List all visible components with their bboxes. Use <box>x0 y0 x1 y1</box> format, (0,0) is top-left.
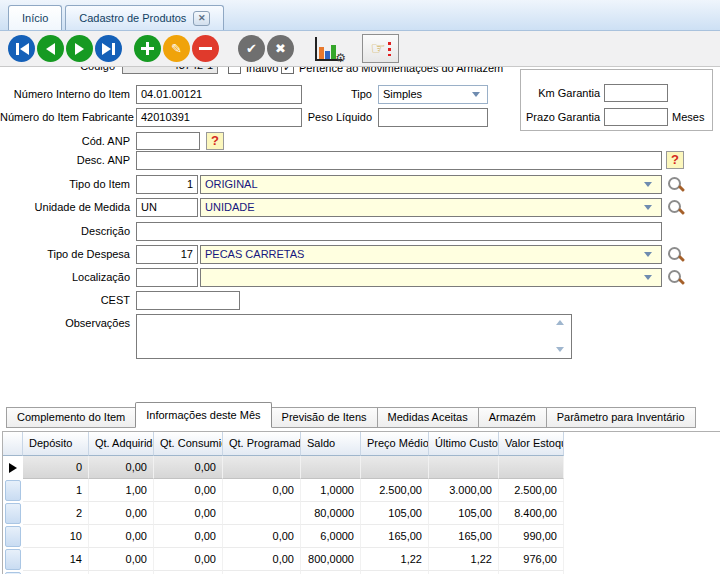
grid-cell: 0,00 <box>89 502 154 525</box>
next-record-button[interactable] <box>66 35 93 62</box>
tipo-item-code-field[interactable]: 1 <box>136 175 198 194</box>
grid-header-cell[interactable]: Último Custo <box>429 432 499 456</box>
grid-cell: 0 <box>23 456 89 479</box>
detail-tab-1[interactable]: Informações deste Mês <box>135 402 271 428</box>
detail-tab-2[interactable]: Previsão de Itens <box>271 407 378 428</box>
grid-row[interactable]: 140,000,000,00800,00001,221,22976,00 <box>3 548 720 571</box>
scroll-down-icon[interactable] <box>556 347 564 352</box>
grid-header-cell[interactable]: Preço Médio <box>361 432 429 456</box>
grid-header-cell[interactable]: Qt. Programada <box>223 432 301 456</box>
grid-cell: 6,0000 <box>301 525 361 548</box>
grid-cell: 976,00 <box>499 548 564 571</box>
prazo-garantia-field[interactable] <box>604 108 668 126</box>
first-record-button[interactable] <box>8 35 35 62</box>
window-tab-label: Cadastro de Produtos <box>79 12 186 24</box>
grid-header-cell[interactable]: Saldo <box>301 432 361 456</box>
grid-row[interactable]: 11,000,000,001,00002.500,003.000,002.500… <box>3 479 720 502</box>
deposits-grid: DepósitoQt. AdquiridaQt. ConsumidaQt. Pr… <box>2 431 720 574</box>
localizacao-combo[interactable] <box>200 268 662 287</box>
execute-button[interactable]: ☞ <box>362 34 399 63</box>
unidade-medida-label: Unidade de Medida <box>0 201 130 213</box>
codigo-field[interactable]: 43742-1 <box>122 67 218 74</box>
km-garantia-field[interactable] <box>604 84 668 102</box>
grid-cell: 2.500,00 <box>361 479 429 502</box>
localizacao-code-field[interactable] <box>136 268 198 287</box>
chart-button[interactable]: ⚙ <box>315 37 342 61</box>
chevron-down-icon[interactable] <box>644 275 652 280</box>
tipo-despesa-code-field[interactable]: 17 <box>136 245 198 264</box>
last-icon <box>102 43 111 55</box>
grid-cell: 165,00 <box>429 525 499 548</box>
inativo-checkbox[interactable] <box>228 67 241 74</box>
grid-row[interactable]: 100,000,000,006,0000165,00165,00990,00 <box>3 525 720 548</box>
chevron-down-icon[interactable] <box>644 182 652 187</box>
grid-cell: 1,0000 <box>301 479 361 502</box>
chevron-down-icon[interactable] <box>644 205 652 210</box>
row-indicator <box>3 502 23 525</box>
desc-anp-field[interactable] <box>136 151 662 170</box>
cancel-button[interactable]: ✖ <box>267 35 294 62</box>
grid-header-cell[interactable]: Valor Estoque <box>499 432 564 456</box>
grid-cell <box>499 456 564 479</box>
tipo-label: Tipo <box>292 88 372 100</box>
grid-row[interactable]: 00,000,00 <box>3 456 720 479</box>
first-icon <box>16 43 19 55</box>
numero-fabricante-field[interactable]: 42010391 <box>136 108 302 127</box>
window-tab-cadastro-de-produtos[interactable]: Cadastro de Produtos ✕ <box>65 5 224 30</box>
grid-header-cell[interactable]: Depósito <box>23 432 89 456</box>
tipo-item-combo[interactable]: ORIGINAL <box>200 175 662 194</box>
scroll-up-icon[interactable] <box>556 320 564 325</box>
detail-tab-5[interactable]: Parâmetro para Inventário <box>546 407 696 428</box>
search-icon[interactable] <box>666 198 684 216</box>
grid-cell: 0,00 <box>154 502 223 525</box>
grid-row[interactable]: 20,000,0080,0000105,00105,008.400,00 <box>3 502 720 525</box>
window-tab-inicio[interactable]: Início <box>8 5 62 30</box>
chevron-down-icon[interactable] <box>472 92 480 97</box>
numero-interno-field[interactable]: 04.01.00121 <box>136 85 302 104</box>
cod-anp-help-button[interactable]: ? <box>206 132 224 150</box>
add-record-button[interactable] <box>134 35 161 62</box>
desc-anp-help-button[interactable]: ? <box>666 151 684 169</box>
cod-anp-field[interactable] <box>136 132 200 150</box>
unidade-combo[interactable]: UNIDADE <box>200 198 662 217</box>
last-record-button[interactable] <box>95 35 122 62</box>
detail-tab-4[interactable]: Armazém <box>478 407 547 428</box>
window-tab-bar: Início Cadastro de Produtos ✕ <box>0 0 720 31</box>
grid-cell <box>223 502 301 525</box>
search-icon[interactable] <box>666 245 684 263</box>
tipo-item-label: Tipo do Item <box>0 178 130 190</box>
grid-cell: 3.000,00 <box>429 479 499 502</box>
numero-interno-label: Número Interno do Item <box>0 88 130 100</box>
descricao-label: Descrição <box>0 225 130 237</box>
grid-body: 00,000,0011,000,000,001,00002.500,003.00… <box>3 456 720 574</box>
localizacao-label: Localização <box>0 271 130 283</box>
detail-tab-0[interactable]: Complemento do Item <box>6 407 136 428</box>
search-icon[interactable] <box>666 268 684 286</box>
grid-cell: 2 <box>23 502 89 525</box>
cest-field[interactable] <box>136 291 240 310</box>
numero-fabricante-label: Número do Item Fabricante <box>0 111 130 123</box>
grid-cell: 8.400,00 <box>499 502 564 525</box>
search-icon[interactable] <box>666 175 684 193</box>
observacoes-textarea[interactable] <box>136 314 572 359</box>
tab-close-icon[interactable]: ✕ <box>193 11 210 26</box>
delete-record-button[interactable] <box>192 35 219 62</box>
bar-chart-icon <box>319 47 324 59</box>
detail-tab-3[interactable]: Medidas Aceitas <box>377 407 479 428</box>
grid-header-cell[interactable]: Qt. Consumida <box>154 432 223 456</box>
toolbar: ✎ ✔ ✖ ⚙ ☞ <box>0 31 720 67</box>
grid-cell: 0,00 <box>89 525 154 548</box>
unidade-code-field[interactable]: UN <box>136 198 198 217</box>
tipo-despesa-combo[interactable]: PECAS CARRETAS <box>200 245 662 264</box>
edit-record-button[interactable]: ✎ <box>163 35 190 62</box>
descricao-field[interactable] <box>136 222 662 241</box>
previous-record-button[interactable] <box>37 35 64 62</box>
pertence-checkbox[interactable]: ✓ <box>281 67 294 74</box>
grid-header-cell[interactable]: Qt. Adquirida <box>89 432 154 456</box>
check-icon: ✔ <box>246 42 257 55</box>
peso-liquido-label: Peso Líquido <box>292 111 372 123</box>
peso-liquido-field[interactable] <box>378 108 488 127</box>
grid-cell: 0,00 <box>223 479 301 502</box>
confirm-button[interactable]: ✔ <box>238 35 265 62</box>
chevron-down-icon[interactable] <box>644 252 652 257</box>
